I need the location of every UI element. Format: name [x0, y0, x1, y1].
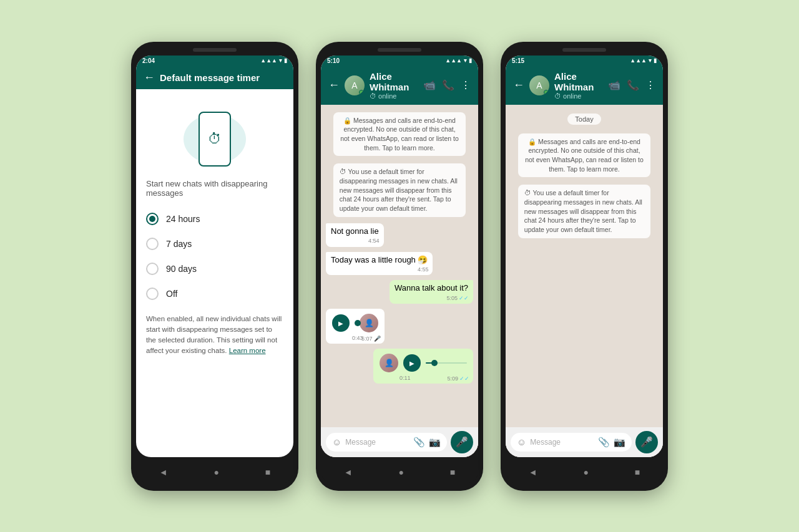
- msg-row-3: Wanna talk about it? 5:05 ✓✓: [326, 280, 473, 304]
- msg-time-3: 5:05 ✓✓: [446, 295, 469, 302]
- voice-call-icon-3[interactable]: 📞: [627, 79, 639, 91]
- voice-duration-2: 0:11: [400, 375, 411, 381]
- radio-circle-7d[interactable]: [146, 238, 159, 250]
- back-button-3[interactable]: ←: [513, 79, 524, 92]
- message-input-2[interactable]: ☺ Message 📎 📷: [326, 433, 447, 452]
- status-time-3: 5:15: [512, 57, 524, 64]
- chat-messages-3: Today 🔒 Messages and calls are end-to-en…: [506, 105, 663, 427]
- app-bar-chat-2: ← A Alice Whitman ⏱ online 📹 📞: [321, 66, 478, 105]
- phone-screen-2: 5:10 ▲▲▲ ▾ ▮ ← A Alice Whitman: [321, 56, 478, 457]
- radio-option-7d[interactable]: 7 days: [146, 231, 283, 256]
- date-badge-today: Today: [567, 114, 600, 125]
- status-icons-3: ▲▲▲ ▾ ▮: [630, 57, 657, 64]
- video-call-icon-3[interactable]: 📹: [608, 79, 620, 91]
- learn-more-link[interactable]: Learn more: [229, 347, 266, 354]
- contact-avatar-3: A: [529, 75, 549, 95]
- timer-status-icon-3: ⏱: [554, 92, 561, 100]
- phone-screen-3: 5:15 ▲▲▲ ▾ ▮ ← A Alice Whitman: [506, 56, 663, 457]
- play-btn-1[interactable]: ▶: [332, 314, 350, 332]
- nav-back-3[interactable]: ◄: [529, 467, 537, 477]
- phone-speaker-3: [562, 48, 606, 52]
- app-bar-settings: ← Default message timer: [136, 66, 293, 89]
- more-options-icon-2[interactable]: ⋮: [461, 79, 471, 91]
- mic-button-2[interactable]: 🎤: [451, 431, 473, 453]
- voice-call-icon-2[interactable]: 📞: [442, 79, 454, 91]
- radio-label-90d: 90 days: [166, 264, 197, 274]
- nav-back-2[interactable]: ◄: [344, 467, 353, 477]
- contact-status-3: ⏱ online: [554, 92, 603, 100]
- nav-recent-2[interactable]: ■: [450, 467, 455, 477]
- nav-home-3[interactable]: ●: [583, 467, 588, 477]
- battery-icon-2: ▮: [469, 57, 472, 64]
- wifi-icon-2: ▾: [464, 57, 467, 64]
- radio-circle-off[interactable]: [146, 288, 159, 300]
- radio-option-90d[interactable]: 90 days: [146, 256, 283, 281]
- msg-text-3: Wanna talk about it?: [395, 283, 468, 293]
- camera-icon-3[interactable]: 📷: [614, 437, 625, 448]
- voice-time-2: 5:09 ✓✓: [447, 375, 469, 382]
- phone-speaker-2: [378, 48, 421, 52]
- radio-circle-24h[interactable]: [146, 213, 159, 225]
- nav-recent-1[interactable]: ■: [265, 467, 270, 477]
- encryption-notice-3: 🔒 Messages and calls are end-to-end encr…: [518, 133, 650, 178]
- online-indicator-2: [359, 90, 364, 95]
- contact-avatar-wrapper-2: A: [345, 75, 365, 95]
- message-input-3[interactable]: ☺ Message 📎 📷: [511, 433, 632, 452]
- radio-option-off[interactable]: Off: [146, 281, 283, 306]
- waveform-dot-2: [431, 360, 438, 366]
- more-options-icon-3[interactable]: ⋮: [645, 79, 655, 91]
- app-bar-chat-3: ← A Alice Whitman ⏱ online 📹 📞: [506, 66, 663, 105]
- status-bar-2: 5:10 ▲▲▲ ▾ ▮: [321, 56, 478, 66]
- emoji-icon-2[interactable]: ☺: [332, 437, 341, 447]
- phone-settings: 2:04 ▲▲▲ ▾ ▮ ← Default message timer ⏱: [131, 42, 298, 491]
- emoji-icon-3[interactable]: ☺: [517, 437, 526, 447]
- chat-background-2: 🔒 Messages and calls are end-to-end encr…: [321, 105, 478, 457]
- status-time-1: 2:04: [142, 57, 155, 64]
- phone-illustration: ⏱: [146, 99, 283, 179]
- message-placeholder-3: Message: [530, 438, 561, 447]
- msg-bubble-3: Wanna talk about it? 5:05 ✓✓: [390, 280, 473, 304]
- contact-avatar-wrapper-3: A: [529, 75, 549, 95]
- msg-time-1: 4:54: [368, 238, 380, 245]
- radio-circle-90d[interactable]: [146, 263, 159, 275]
- wifi-icon: ▾: [279, 57, 282, 64]
- camera-icon-2[interactable]: 📷: [429, 437, 441, 448]
- nav-back-1[interactable]: ◄: [159, 467, 168, 477]
- attach-icon-3[interactable]: 📎: [598, 437, 610, 448]
- nav-bar-3: ◄ ● ■: [506, 461, 663, 483]
- msg-time-2: 4:55: [418, 266, 429, 274]
- msg-text-1: Not gonna lie: [331, 226, 379, 236]
- nav-home-1[interactable]: ●: [213, 467, 218, 477]
- settings-content: ⏱ Start new chats with disappearing mess…: [136, 89, 293, 457]
- voice-time-1: 5:07 🎤: [361, 336, 381, 342]
- chat-action-icons-2: 📹 📞 ⋮: [423, 79, 471, 91]
- voice-bubble-1: ▶ 👤 5:07 🎤 0:43: [326, 309, 385, 344]
- radio-option-24h[interactable]: 24 hours: [146, 206, 283, 231]
- read-checks-3: ✓✓: [459, 295, 469, 302]
- nav-home-2[interactable]: ●: [398, 467, 403, 477]
- signal-icon-3: ▲▲▲: [630, 57, 647, 64]
- battery-icon-3: ▮: [654, 57, 657, 64]
- read-checks-voice: ✓✓: [459, 375, 469, 382]
- back-button-1[interactable]: ←: [144, 71, 155, 84]
- nav-recent-3[interactable]: ■: [635, 467, 640, 477]
- screen-title-1: Default message timer: [160, 72, 286, 83]
- chat-action-icons-3: 📹 📞 ⋮: [608, 79, 655, 91]
- radio-label-off: Off: [166, 289, 177, 299]
- timer-notice-3: ⏱ You use a default timer for disappeari…: [518, 185, 650, 238]
- msg-text-2: Today was a little rough 🤧: [331, 255, 428, 264]
- video-call-icon-2[interactable]: 📹: [423, 79, 436, 91]
- contact-name-2: Alice Whitman: [370, 71, 418, 92]
- signal-icon-2: ▲▲▲: [445, 57, 462, 64]
- mic-button-3[interactable]: 🎤: [635, 431, 658, 453]
- phones-container: 2:04 ▲▲▲ ▾ ▮ ← Default message timer ⏱: [119, 29, 680, 503]
- voice-row-1: ▶ 👤 5:07 🎤 0:43: [326, 309, 473, 344]
- phone-speaker: [193, 48, 237, 52]
- timer-notice-2: ⏱ You use a default timer for disappeari…: [333, 163, 466, 216]
- msg-bubble-2: Today was a little rough 🤧 4:55: [326, 252, 433, 276]
- attach-icon-2[interactable]: 📎: [413, 437, 425, 448]
- wifi-icon-3: ▾: [649, 57, 652, 64]
- chat-input-bar-2: ☺ Message 📎 📷 🎤: [321, 427, 478, 457]
- play-btn-2[interactable]: ▶: [403, 354, 421, 372]
- back-button-2[interactable]: ←: [328, 79, 340, 92]
